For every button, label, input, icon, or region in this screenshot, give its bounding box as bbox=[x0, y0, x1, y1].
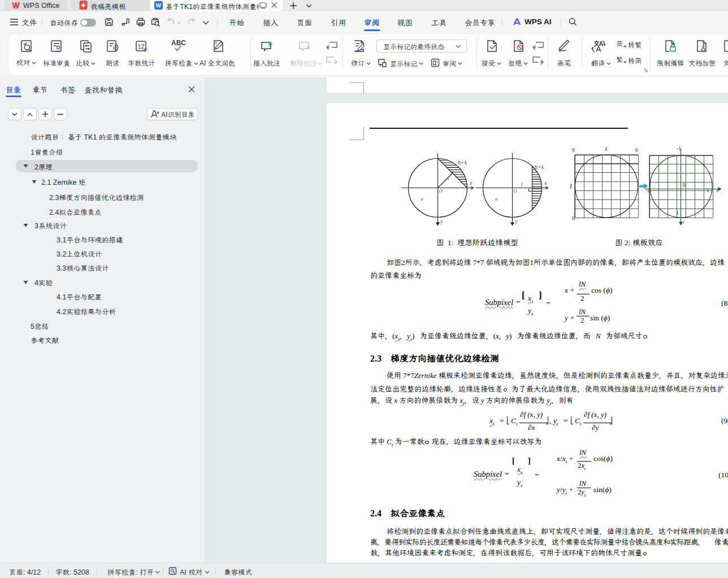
svg-text:x: x bbox=[544, 180, 547, 186]
svg-text:0: 0 bbox=[572, 147, 575, 153]
svg-text:j: j bbox=[570, 183, 572, 189]
svg-text:1: 1 bbox=[676, 210, 679, 216]
svg-text:x: x bbox=[469, 180, 473, 186]
svg-text:ABC: ABC bbox=[171, 39, 186, 47]
svg-text:O: O bbox=[513, 188, 517, 194]
svg-text:6: 6 bbox=[635, 147, 638, 153]
svg-text:6: 6 bbox=[572, 216, 575, 221]
svg-text:1: 1 bbox=[707, 188, 709, 193]
svg-text:h+k: h+k bbox=[458, 159, 467, 166]
svg-text:12: 12 bbox=[138, 43, 145, 50]
svg-text:i: i bbox=[683, 219, 684, 225]
svg-text:h+k: h+k bbox=[535, 164, 544, 170]
svg-text:y: y bbox=[514, 218, 518, 224]
svg-text:-1: -1 bbox=[645, 188, 649, 193]
svg-text:0: 0 bbox=[683, 182, 686, 188]
svg-text:O: O bbox=[439, 188, 443, 194]
svg-text:f: f bbox=[448, 175, 450, 180]
svg-text:x: x bbox=[716, 188, 719, 193]
svg-text:f: f bbox=[521, 181, 523, 187]
svg-text:i: i bbox=[605, 146, 607, 152]
svg-text:n: n bbox=[495, 196, 498, 202]
svg-text:繁: 繁 bbox=[616, 55, 623, 64]
svg-text:y: y bbox=[440, 218, 443, 224]
svg-text:-1: -1 bbox=[677, 146, 681, 151]
svg-text:简: 简 bbox=[616, 40, 623, 48]
svg-text:n: n bbox=[421, 196, 423, 202]
